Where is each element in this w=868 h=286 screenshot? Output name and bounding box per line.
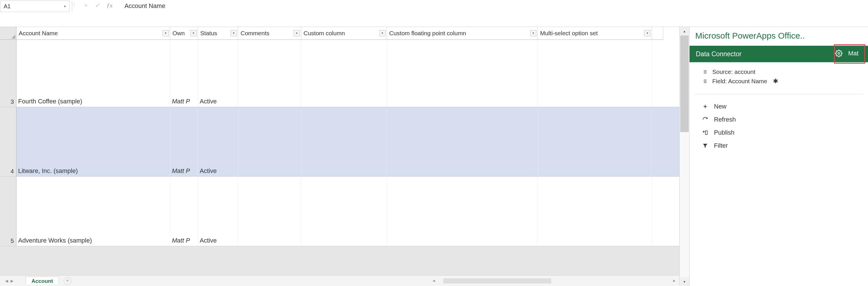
panel-title: Microsoft PowerApps Office.. (689, 28, 868, 46)
column-header-custom-column[interactable]: Custom column▼ (301, 27, 387, 40)
horizontal-scrollbar[interactable]: ◀▶ (71, 278, 679, 283)
cell-multi[interactable] (538, 40, 652, 107)
scroll-track[interactable] (680, 35, 689, 278)
gear-highlight-box (834, 44, 865, 64)
field-row: Field: Account Name ✱ (702, 77, 856, 86)
sheet-tab-bar: ◀ ▶ Account + ◀▶ (0, 275, 679, 286)
select-all-corner[interactable] (0, 27, 17, 40)
sheet-nav[interactable]: ◀ ▶ (5, 279, 13, 283)
filter-dropdown-icon[interactable]: ▼ (379, 30, 385, 36)
cell-status[interactable]: Active (198, 40, 238, 107)
cell-own[interactable]: Matt P (170, 177, 198, 246)
column-header-account-name[interactable]: Account Name▼ (17, 27, 170, 40)
filter-dropdown-icon[interactable]: ▼ (293, 30, 300, 36)
name-box[interactable]: A1 ▼ (1, 1, 69, 12)
scroll-thumb[interactable] (680, 35, 689, 132)
cell-comments[interactable] (238, 40, 301, 107)
name-box-dropdown-icon[interactable]: ▼ (64, 5, 66, 8)
add-sheet-button[interactable]: + (64, 277, 71, 285)
spreadsheet-grid: Account Name▼ Own▼ Status▼ Comments▼ Cus… (0, 27, 679, 286)
cell-comments[interactable] (238, 107, 301, 176)
cell-multi[interactable] (538, 107, 652, 176)
filter-dropdown-icon[interactable]: ▼ (190, 30, 196, 36)
grid-body[interactable]: 3Fourth Coffee (sample)Matt PActive4Litw… (0, 40, 679, 275)
publish-icon (702, 130, 709, 136)
sheet-tab-account[interactable]: Account (26, 277, 59, 284)
source-row: Source: account (702, 67, 856, 77)
divider-handle[interactable]: ⋮ (72, 3, 75, 27)
new-button[interactable]: New (702, 100, 856, 113)
cell-tail[interactable] (652, 40, 679, 107)
table-row[interactable]: 3Fourth Coffee (sample)Matt PActive (0, 40, 679, 107)
cell-custom[interactable] (301, 40, 387, 107)
cell-tail[interactable] (652, 177, 679, 246)
column-header-multi-select[interactable]: Multi-select option set▼ (538, 27, 652, 40)
row-number[interactable]: 3 (0, 40, 17, 107)
list-icon (702, 79, 708, 84)
powerapps-panel: Microsoft PowerApps Office.. Data Connec… (689, 27, 868, 286)
field-label: Field: Account Name (712, 78, 767, 85)
cell-status[interactable]: Active (198, 177, 238, 246)
column-header-row: Account Name▼ Own▼ Status▼ Comments▼ Cus… (0, 27, 679, 40)
cell-account-name[interactable]: Fourth Coffee (sample) (17, 40, 170, 107)
cell-own[interactable]: Matt P (170, 40, 198, 107)
accept-icon[interactable]: ✓ (95, 2, 100, 9)
list-icon (702, 69, 708, 75)
plus-icon (702, 104, 709, 109)
cell-account-name[interactable]: Adventure Works (sample) (17, 177, 170, 246)
column-header-comments[interactable]: Comments▼ (238, 27, 301, 40)
filter-dropdown-icon[interactable]: ▼ (162, 30, 169, 36)
cancel-icon[interactable]: × (84, 2, 88, 9)
table-row[interactable]: 5Adventure Works (sample)Matt PActive (0, 177, 679, 246)
column-header-status[interactable]: Status▼ (198, 27, 238, 40)
panel-actions: New Refresh Publish Filter (695, 94, 863, 158)
cell-comments[interactable] (238, 177, 301, 246)
column-header-own[interactable]: Own▼ (170, 27, 198, 40)
filter-button[interactable]: Filter (702, 139, 856, 152)
cell-account-name[interactable]: Litware, Inc. (sample) (17, 107, 170, 176)
cell-custom[interactable] (301, 107, 387, 176)
cell-status[interactable]: Active (198, 107, 238, 176)
formula-buttons: × ✓ ƒx (75, 0, 119, 11)
name-box-value: A1 (4, 3, 64, 10)
vertical-scrollbar[interactable]: ▲ ▼ (679, 27, 689, 286)
source-label: Source: account (712, 68, 755, 75)
column-header-overflow[interactable] (652, 27, 663, 40)
formula-input[interactable]: Account Name (119, 0, 868, 27)
cell-float[interactable] (387, 177, 538, 246)
row-number[interactable]: 4 (0, 107, 17, 176)
row-number[interactable]: 5 (0, 177, 17, 246)
column-header-custom-float[interactable]: Custom floating point column▼ (387, 27, 538, 40)
panel-header-label: Data Connector (696, 50, 742, 58)
cell-custom[interactable] (301, 177, 387, 246)
filter-dropdown-icon[interactable]: ▼ (530, 30, 536, 36)
cell-float[interactable] (387, 40, 538, 107)
refresh-icon (702, 117, 709, 122)
svg-rect-15 (706, 131, 708, 134)
publish-button[interactable]: Publish (702, 126, 856, 139)
filter-dropdown-icon[interactable]: ▼ (644, 30, 650, 36)
fx-icon[interactable]: ƒx (107, 2, 113, 9)
panel-info: Source: account Field: Account Name ✱ (695, 62, 863, 94)
cell-tail[interactable] (652, 107, 679, 176)
scroll-down-icon[interactable]: ▼ (680, 278, 689, 286)
formula-bar: A1 ▼ ⋮ × ✓ ƒx Account Name (0, 0, 868, 27)
refresh-button[interactable]: Refresh (702, 113, 856, 126)
cell-multi[interactable] (538, 177, 652, 246)
cell-float[interactable] (387, 107, 538, 176)
scroll-up-icon[interactable]: ▲ (680, 27, 689, 35)
panel-header-bar: Data Connector Mat (689, 46, 868, 62)
filter-icon (702, 143, 709, 148)
filter-dropdown-icon[interactable]: ▼ (230, 30, 237, 36)
required-icon: ✱ (773, 78, 778, 85)
table-row[interactable]: 4Litware, Inc. (sample)Matt PActive (0, 107, 679, 177)
cell-own[interactable]: Matt P (170, 107, 198, 176)
